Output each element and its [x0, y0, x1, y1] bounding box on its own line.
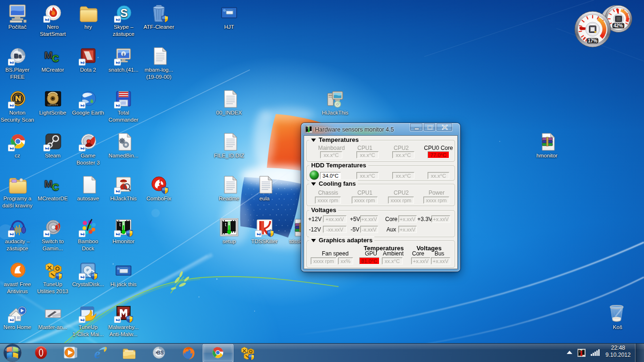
svg-text:e: e [94, 346, 100, 361]
svg-text:LightScribe: LightScribe [48, 104, 58, 106]
svg-text:42%: 42% [613, 23, 623, 28]
svg-text:C: C [52, 181, 59, 192]
svg-text:BS: BS [157, 350, 164, 355]
svg-text:Bs: Bs [14, 52, 22, 59]
svg-text:M: M [44, 49, 53, 60]
svg-text:C: C [52, 53, 59, 64]
svg-text:17%: 17% [588, 38, 597, 43]
svg-text:M: M [44, 178, 53, 189]
svg-text:S: S [120, 7, 128, 19]
